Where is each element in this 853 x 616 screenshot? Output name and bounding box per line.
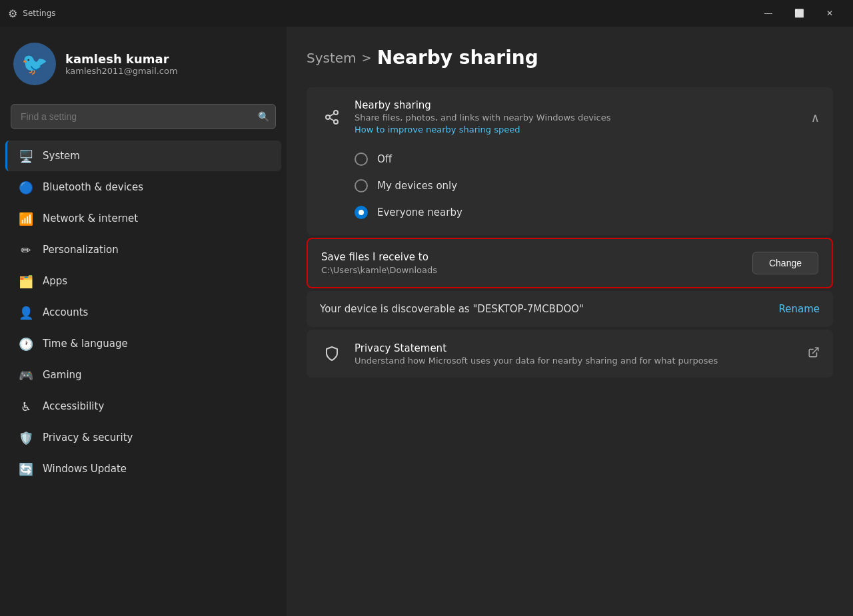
rename-link[interactable]: Rename [778, 303, 820, 315]
panel-title: Nearby sharing [355, 99, 800, 111]
save-files-path: C:\Users\kamle\Downloads [321, 265, 437, 275]
sidebar-item-system[interactable]: 🖥️ System [5, 141, 281, 171]
breadcrumb-parent: System [307, 50, 357, 66]
privacy-subtitle: Understand how Microsoft uses your data … [355, 356, 797, 366]
search-container: 🔍 [11, 104, 276, 129]
sidebar-item-label-update: Windows Update [43, 463, 127, 475]
share-icon [320, 105, 344, 129]
avatar: 🐦 [13, 43, 56, 85]
privacy-info: Privacy Statement Understand how Microso… [355, 342, 797, 366]
titlebar: ⚙️ Settings — ⬜ ✕ [0, 0, 853, 27]
device-panel: Your device is discoverable as "DESKTOP-… [307, 291, 833, 327]
sidebar-item-personalization[interactable]: ✏️ Personalization [5, 234, 281, 265]
sidebar-item-label-accounts: Accounts [43, 306, 88, 318]
sidebar: 🐦 kamlesh kumar kamlesh2011@gmail.com 🔍 … [0, 27, 287, 616]
sidebar-nav: 🖥️ System 🔵 Bluetooth & devices 📶 Networ… [0, 140, 287, 485]
app-icon: ⚙️ [8, 7, 17, 20]
panel-subtitle: Share files, photos, and links with near… [355, 113, 800, 123]
search-input[interactable] [11, 104, 276, 129]
panel-title-block: Nearby sharing Share files, photos, and … [355, 99, 800, 135]
radio-circle-everyone [355, 206, 368, 219]
radio-options: Off My devices only Everyone nearby [307, 147, 833, 235]
radio-label-my-devices: My devices only [377, 180, 457, 192]
sidebar-item-network[interactable]: 📶 Network & internet [5, 203, 281, 234]
accessibility-icon: ♿ [19, 399, 33, 414]
sidebar-item-update[interactable]: 🔄 Windows Update [5, 454, 281, 484]
system-icon: 🖥️ [19, 149, 33, 163]
save-files-title: Save files I receive to [321, 251, 437, 263]
svg-line-3 [330, 119, 335, 121]
sidebar-item-accessibility[interactable]: ♿ Accessibility [5, 391, 281, 422]
save-files-panel: Save files I receive to C:\Users\kamle\D… [307, 238, 833, 288]
app-title: Settings [23, 9, 55, 18]
accounts-icon: 👤 [19, 305, 33, 320]
change-button[interactable]: Change [752, 252, 818, 274]
sidebar-item-label-time: Time & language [43, 338, 128, 350]
device-text: Your device is discoverable as "DESKTOP-… [320, 303, 584, 315]
sidebar-item-label-system: System [43, 150, 80, 162]
breadcrumb-separator: > [362, 51, 372, 65]
chevron-up-icon[interactable]: ∧ [811, 111, 820, 125]
gaming-icon: 🎮 [19, 368, 33, 382]
breadcrumb: System > Nearby sharing [307, 47, 833, 69]
radio-label-off: Off [377, 153, 392, 165]
radio-off[interactable]: Off [355, 153, 820, 166]
apps-icon: 🗂️ [19, 274, 33, 288]
user-email: kamlesh2011@gmail.com [65, 66, 178, 76]
shield-icon [320, 342, 344, 366]
sidebar-item-bluetooth[interactable]: 🔵 Bluetooth & devices [5, 172, 281, 202]
privacy-icon: 🛡️ [19, 430, 33, 445]
sidebar-item-label-privacy: Privacy & security [43, 432, 133, 444]
radio-circle-off [355, 153, 368, 166]
radio-everyone[interactable]: Everyone nearby [355, 206, 820, 219]
breadcrumb-current: Nearby sharing [377, 47, 538, 69]
radio-circle-my-devices [355, 179, 368, 192]
avatar-emoji: 🐦 [21, 51, 48, 77]
improve-speed-link[interactable]: How to improve nearby sharing speed [355, 125, 520, 135]
panel-header: Nearby sharing Share files, photos, and … [307, 87, 833, 147]
sidebar-item-label-bluetooth: Bluetooth & devices [43, 181, 143, 193]
personalization-icon: ✏️ [19, 242, 33, 257]
sidebar-item-label-gaming: Gaming [43, 369, 82, 381]
privacy-title: Privacy Statement [355, 342, 797, 354]
minimize-button[interactable]: — [753, 3, 784, 24]
network-icon: 📶 [19, 211, 33, 226]
sidebar-item-apps[interactable]: 🗂️ Apps [5, 266, 281, 296]
sidebar-item-privacy[interactable]: 🛡️ Privacy & security [5, 422, 281, 453]
titlebar-controls: — ⬜ ✕ [753, 3, 845, 24]
search-icon: 🔍 [258, 111, 269, 122]
sidebar-item-label-personalization: Personalization [43, 244, 119, 256]
user-name: kamlesh kumar [65, 52, 178, 66]
save-files-info: Save files I receive to C:\Users\kamle\D… [321, 251, 437, 275]
close-button[interactable]: ✕ [814, 3, 845, 24]
maximize-button[interactable]: ⬜ [784, 3, 814, 24]
sidebar-item-label-accessibility: Accessibility [43, 400, 104, 412]
sidebar-item-label-apps: Apps [43, 275, 67, 287]
time-icon: 🕐 [19, 336, 33, 351]
update-icon: 🔄 [19, 462, 33, 476]
user-info: kamlesh kumar kamlesh2011@gmail.com [65, 52, 178, 76]
sidebar-item-gaming[interactable]: 🎮 Gaming [5, 360, 281, 390]
radio-my-devices[interactable]: My devices only [355, 179, 820, 192]
radio-label-everyone: Everyone nearby [377, 206, 462, 218]
titlebar-left: ⚙️ Settings [8, 7, 56, 20]
svg-line-5 [813, 348, 818, 353]
sidebar-item-accounts[interactable]: 👤 Accounts [5, 297, 281, 328]
user-profile: 🐦 kamlesh kumar kamlesh2011@gmail.com [0, 27, 287, 99]
privacy-panel: Privacy Statement Understand how Microso… [307, 330, 833, 378]
main-layout: 🐦 kamlesh kumar kamlesh2011@gmail.com 🔍 … [0, 27, 853, 616]
content-area: System > Nearby sharing Nearby sharing [287, 27, 853, 616]
external-link-icon [808, 346, 820, 361]
nearby-sharing-panel: Nearby sharing Share files, photos, and … [307, 87, 833, 235]
bluetooth-icon: 🔵 [19, 180, 33, 194]
sidebar-item-time[interactable]: 🕐 Time & language [5, 328, 281, 359]
sidebar-item-label-network: Network & internet [43, 212, 138, 224]
svg-line-4 [330, 114, 335, 117]
